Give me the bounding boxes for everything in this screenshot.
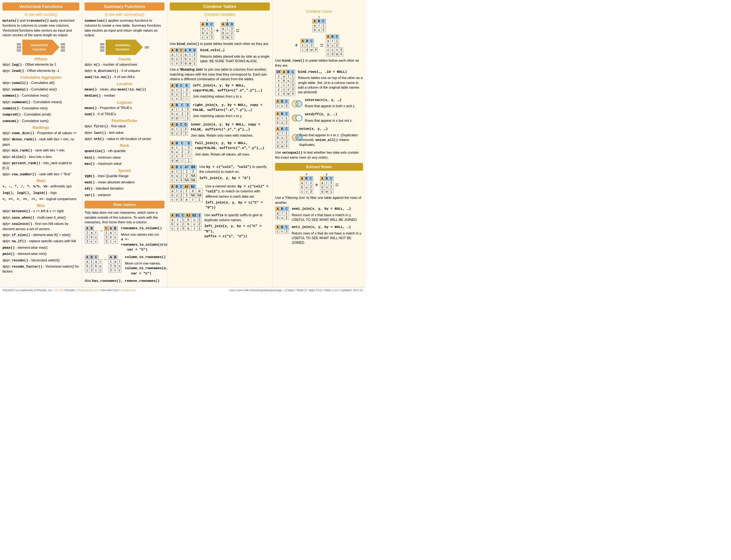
semijoin-func: semi_join(x, y, by = NULL, …) xyxy=(292,206,363,211)
logs-item: log(), log2(), log10() - logs xyxy=(2,190,79,195)
sumtrue-item: sum() - # of TRUE's xyxy=(85,112,164,117)
email-link[interactable]: info@rstudio.com xyxy=(77,289,98,292)
cc-x-table: ABC at1 bu2 xyxy=(312,19,326,32)
fulljoin-table: ABCD at13 bu22 cv3NA dwNA1 xyxy=(170,141,192,163)
named-example: left_join(x, y, by = c("C" = "D")) xyxy=(205,200,270,210)
antijoin-desc: Return rows of x that do not have a matc… xyxy=(292,231,363,245)
bindcols-example: ABCARD at1at3 bu2bu2 cv3dw1 bind_cols(…)… xyxy=(170,48,270,66)
col-to-rownames-desc: Move col in row names.column_to_rownames… xyxy=(125,261,168,276)
ntile-item: dplyr: ntile() - bins into n bins xyxy=(2,155,79,160)
col1-intro: mutate() and transmute() apply vectorize… xyxy=(2,18,79,38)
leftjoin-func: left_join(x, y, by = NULL,copy=FALSE, su… xyxy=(193,83,262,93)
first-item: dplyr: first() - first value xyxy=(85,124,164,129)
er-x-table: ABC at1 bu2 cv3 xyxy=(300,176,313,194)
col-combine-tables: Combine Tables Combine Variables x ABC a… xyxy=(167,0,273,287)
union-table: ABC at1 bu2 cv3 dw4 xyxy=(275,127,289,149)
iqr-item: IQR() - Inter-Quartile Range xyxy=(85,174,164,179)
comparisons-item: <, <=, >, >=, !=, == - logical compariso… xyxy=(2,197,79,202)
also-rownames: Also has_rownames(), remove_rownames() xyxy=(85,278,164,283)
mutate-func: mutate() xyxy=(2,19,19,23)
combine-cases-title: Combine Cases xyxy=(275,9,363,14)
cumany-item: dplyr: cumany() - Cumulative any() xyxy=(2,87,79,92)
rownames-to-col-func: rownames_to_column() xyxy=(121,226,170,231)
col-to-rownames-func: column_to_rownames() xyxy=(125,255,168,260)
naif-item: dplyr: na_if() - replace specific values… xyxy=(2,239,79,244)
leftjoin-example: ABCD at13 bu22 cv3NA left_join(x, y, by … xyxy=(170,83,270,101)
rownumber-item: dplyr: row_number() - rank with ties = "… xyxy=(2,172,79,177)
named-vector-note: Use a named vector, by = c("col1" = "col… xyxy=(205,184,270,199)
rownames-header: Row names xyxy=(87,202,162,207)
coalesce-item: dplyr: coalesce() - first non-NA values … xyxy=(2,221,79,231)
union-desc: Rows that appear in x or z. (Duplicates … xyxy=(299,133,363,147)
intersect-desc: Rows that appear in both x and z. xyxy=(305,104,356,108)
intersect-example: ABC cv3 intersect(x, y, …) Rows that app… xyxy=(275,98,363,110)
pmax-item: pmax() - element-wise max() xyxy=(2,245,79,250)
col-vectorized: Vectorized Functions to use with mutate(… xyxy=(0,0,82,287)
innerjoin-table: ABCD at13 bu22 xyxy=(170,122,188,136)
mean-item: mean() - mean, also mean(!is.na()) xyxy=(85,87,164,92)
named-vector-table: ABCA2B2 at11dw bu23NANA cv3at1 xyxy=(170,184,203,202)
suffix-note: Use suffix to specify suffix to give to … xyxy=(204,213,270,223)
cumall-item: dplyr: cumall() - Cumulative all() xyxy=(2,81,79,85)
rightjoin-table: ABCD at13 bu22 dwNA1 xyxy=(170,103,190,120)
spread-title: Spread xyxy=(85,168,164,173)
rightjoin-desc: Join matching values from x to y. xyxy=(193,114,262,118)
ifelse-item: dplyr: if_else() - element-wise if() + e… xyxy=(2,233,79,238)
bindrows-desc: Returns tables one on top of the other a… xyxy=(298,76,363,95)
extract-rows-header: Extract Rows xyxy=(275,163,363,171)
vectorized-diagram: vectorizedfunction xyxy=(2,40,79,55)
cummax-item: cummax() - Cumulative max() xyxy=(2,93,79,98)
website-link[interactable]: rstudio.com xyxy=(121,289,136,292)
semijoin-table: ABC at1 bu2 xyxy=(275,207,289,220)
leftjoin-table: ABCD at13 bu22 cv3NA xyxy=(170,83,190,101)
recode-item: dplyr: recode() - Vectorized switch() xyxy=(2,258,79,263)
antijoin-example: ABC cv3 anti_join(x, y, by = NULL, …) Re… xyxy=(275,225,363,247)
cc-link[interactable]: CC BY xyxy=(55,289,63,292)
union-example: ABC at1 bu2 cv3 dw4 union(x, y, …) Rows … xyxy=(275,126,363,149)
lead-item: dplyr: lead() - Offset elements by -1 xyxy=(2,68,79,73)
median-item: median() - median xyxy=(85,93,164,98)
innerjoin-func: inner_join(x, y, by = NULL, copy =FALSE,… xyxy=(191,122,260,132)
counts-title: Counts xyxy=(85,57,164,61)
innerjoin-desc: Join data. Retain only rows with matches… xyxy=(191,133,260,138)
sd-item: sd() - standard deviation xyxy=(85,186,164,191)
setdiff-table: ABC at1 bu2 xyxy=(275,112,289,125)
cumedist-item: dplyr: cume_dist() - Proportion of all v… xyxy=(2,131,79,136)
rownames-diagram: AB 1at 2bu 3cv → CAB 1at 2bu 3cv r xyxy=(85,226,164,253)
rownames-intro: Tidy data does not use rownames, which s… xyxy=(85,210,164,225)
filtering-join-note: Use a 'Filtering Join' to filter one tab… xyxy=(275,195,363,205)
col-rownames-table2: AB 1at 2bu 3cv xyxy=(108,255,121,273)
by-note-section: ABCA7B9 at113 bu22NA cv3NANA Use by = c(… xyxy=(170,164,270,183)
rightjoin-func: right_join(x, y, by = NULL, copy =FALSE,… xyxy=(193,103,262,113)
innerjoin-example: ABCD at13 bu22 inner_join(x, y, by = NUL… xyxy=(170,122,270,139)
combine-vars-title: Combine Variables xyxy=(170,12,270,17)
mad-item: mad() - mean absolute deviation xyxy=(85,180,164,185)
percentrank-item: dplyr: percent_rank() - min_rank scaled … xyxy=(2,161,79,171)
transmute-func: transmute() xyxy=(26,19,49,23)
bindcols-desc: Returns tables placed side by side as a … xyxy=(200,54,270,64)
rightjoin-example: ABCD at13 bu22 dwNA1 right_join(x, y, by… xyxy=(170,103,270,121)
by-note: Use by = c("col1", "col2") to specify th… xyxy=(199,164,270,174)
col1-subheader: to use with mutate() xyxy=(2,12,79,17)
rownames-table1: AB 1at 2bu 3cv xyxy=(85,226,98,244)
col-combine-cases: Combine Cases x ABC at1 bu2 + ABC cv3 xyxy=(273,0,365,287)
footer-right: Learn more with browseVignettes(package … xyxy=(229,289,363,292)
cumsum-item: cumsum() - Cumulative sum() xyxy=(2,119,79,124)
casewhen-item: dplyr: case_when() - multi-case if_else(… xyxy=(2,215,79,220)
cv-x-table: ABC at1 bu2 cv3 xyxy=(200,22,214,40)
misc-title: Misc xyxy=(2,203,79,208)
rankings-title: Rankings xyxy=(2,125,79,130)
union-func: union(x, y, …) xyxy=(299,126,363,131)
arithmetic-item: +, -, *, /, ^, %/%, %% - arithmetic ops xyxy=(2,184,79,189)
logicals-title: Logicals xyxy=(85,100,164,105)
var-item: var() - variance xyxy=(85,193,164,198)
combine-cases-diagram: x ABC at1 bu2 xyxy=(275,15,363,33)
er-y-table: ABC at3 bu2 dw1 xyxy=(320,176,334,194)
mutating-join-intro: Use a 'Mutating Join' to join one table … xyxy=(170,67,270,81)
last-item: dplyr: last() - last value xyxy=(85,130,164,135)
fulljoin-func: full_join(x, y, by = NULL,copy=FALSE, su… xyxy=(195,141,264,151)
cummin-item: cummin() - Cumulative min() xyxy=(2,106,79,111)
suffix-example: left_join(x, y, by = c("C" = "D"),suffix… xyxy=(204,224,270,239)
bindrows-func: bind_rows(…, .id = NULL) xyxy=(298,69,363,74)
rank-title: Rank xyxy=(85,143,164,148)
